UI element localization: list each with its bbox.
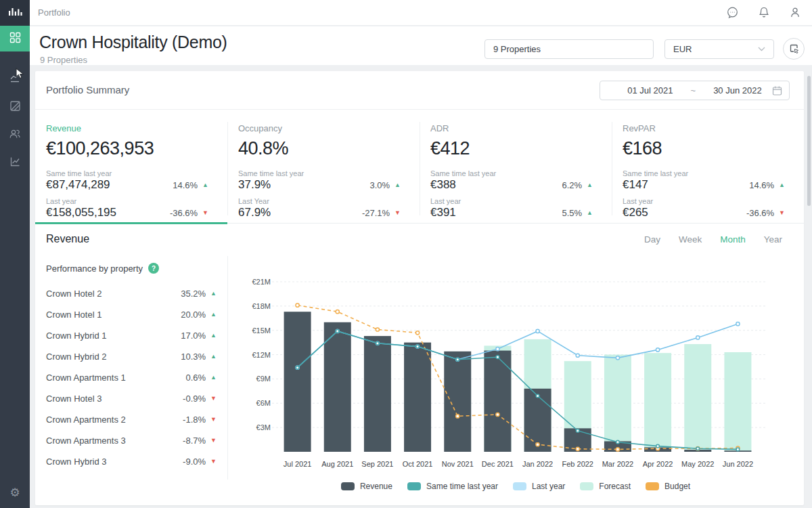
account-user-icon[interactable] [789,6,801,19]
property-row[interactable]: Crown Apartments 2-1.8%▼ [35,409,227,430]
sidebar-item-trends[interactable] [0,66,30,92]
legend-swatch [407,482,421,490]
kpi-tab-revpar[interactable]: RevPAR€168Same time last year€14714.6%▲L… [612,110,804,223]
date-range-picker[interactable]: 01 Jul 2021 ~ 30 Jun 2022 [600,81,790,100]
kpi-sub-value: €391 [430,206,456,219]
kpi-tab-adr[interactable]: ADR€412Same time last year€3886.2%▲Last … [420,110,612,223]
property-change: -1.8% [183,415,206,425]
summary-title: Portfolio Summary [46,84,129,96]
arrow-up-icon: ▲ [587,210,593,216]
property-row[interactable]: Crown Hotel 235.2%▲ [35,283,227,304]
svg-text:Jan 2022: Jan 2022 [522,460,553,468]
analytics-chart-icon [9,156,21,170]
svg-text:May 2022: May 2022 [681,460,714,468]
property-row[interactable]: Crown Apartments 3-8.7%▼ [35,430,227,451]
arrow-down-icon: ▼ [394,210,401,216]
property-change: 17.0% [181,331,206,341]
arrow-up-icon: ▲ [587,182,593,188]
kpi-sub-label: Last year [623,197,785,205]
kpi-change: -27.1% [362,208,390,218]
arrow-up-icon: ▲ [210,333,217,339]
currency-value: EUR [673,44,692,54]
breadcrumb: Portfolio [38,7,70,18]
legend-swatch [646,482,659,490]
kpi-sub-label: Same time last year [430,169,593,177]
arrow-up-icon: ▲ [210,375,217,381]
trends-line-icon [9,72,21,87]
tab-day[interactable]: Day [644,234,660,245]
properties-selector[interactable]: 9 Properties [484,39,654,59]
arrow-down-icon: ▼ [210,438,217,444]
date-to: 30 Jun 2022 [713,85,762,96]
property-change: 10.3% [181,352,206,362]
sidebar-item-users[interactable] [0,122,30,148]
notifications-bell-icon[interactable] [758,6,770,19]
kpi-sub-label: Same time last year [46,169,208,177]
svg-text:€15M: €15M [252,326,271,335]
tab-week[interactable]: Week [679,234,702,245]
property-row[interactable]: Crown Hybrid 117.0%▲ [35,325,227,346]
legend-label: Forecast [599,482,631,491]
portfolio-summary-card: Portfolio Summary 01 Jul 2021 ~ 30 Jun 2… [35,71,804,505]
legend-item-revenue[interactable]: Revenue [341,482,392,491]
legend-item-last-year[interactable]: Last year [513,482,565,491]
tab-year[interactable]: Year [764,234,782,245]
kpi-tab-occupancy[interactable]: Occupancy40.8%Same time last year37.9%3.… [227,110,420,223]
kpi-sub-value: €265 [623,206,648,219]
kpi-change: -36.6% [746,208,774,218]
property-name: Crown Apartments 1 [46,373,126,383]
svg-text:Jul 2021: Jul 2021 [284,460,312,468]
performance-title: Performance by property [46,263,143,274]
settings-gear-icon[interactable]: ⚙ [0,481,30,504]
property-name: Crown Hybrid 2 [46,352,107,362]
kpi-sub-value: €147 [623,178,648,192]
dashboard-grid-icon [9,32,21,46]
property-name: Crown Hotel 3 [46,394,102,404]
tab-month[interactable]: Month [720,234,746,245]
legend-item-forecast[interactable]: Forecast [580,482,631,491]
arrow-up-icon: ▲ [210,354,217,360]
performance-panel: Performance by property ? Crown Hotel 23… [35,256,227,472]
sidebar-item-analytics[interactable] [0,150,30,175]
kpi-sub-label: Last Year [238,197,401,205]
vertical-scrollbar[interactable] [807,76,811,206]
app-logo[interactable] [0,0,30,26]
chevron-down-icon [758,47,765,51]
kpi-tab-revenue[interactable]: Revenue€100,263,953Same time last year€8… [35,110,227,223]
currency-select[interactable]: EUR [664,39,774,59]
arrow-up-icon: ▲ [210,291,217,297]
summary-header: Portfolio Summary 01 Jul 2021 ~ 30 Jun 2… [35,71,804,110]
kpi-sub-label: Same time last year [238,169,401,177]
help-icon[interactable]: ? [148,263,159,274]
property-change: 0.6% [185,373,206,383]
legend-item-same-time-last-year[interactable]: Same time last year [407,482,498,491]
report-select-button[interactable] [783,38,805,60]
svg-text:Sep 2021: Sep 2021 [361,460,393,468]
kpi-change: 14.6% [173,180,198,190]
svg-text:€9M: €9M [256,375,271,383]
property-row[interactable]: Crown Hotel 3-0.9%▼ [35,388,227,409]
chat-icon[interactable] [726,6,739,19]
legend-label: Last year [532,482,565,491]
svg-text:Dec 2021: Dec 2021 [482,460,514,468]
svg-text:€12M: €12M [252,351,271,359]
sidebar-item-blocked[interactable] [0,94,30,120]
property-row[interactable]: Crown Hotel 120.0%▲ [35,304,227,325]
arrow-down-icon: ▼ [779,210,785,216]
svg-text:Nov 2021: Nov 2021 [442,460,474,468]
property-row[interactable]: Crown Hybrid 210.3%▲ [35,346,227,367]
vertical-divider [227,256,228,480]
kpi-sub-label: Last year [430,197,593,205]
legend-item-budget[interactable]: Budget [646,482,690,491]
property-name: Crown Apartments 3 [46,436,126,446]
revenue-chart: €3M€6M€9M€12M€15M€18M€21MJul 2021Aug 202… [231,265,804,480]
svg-text:Mar 2022: Mar 2022 [602,460,633,468]
kpi-sub-label: Last year [46,197,208,205]
kpi-label: ADR [430,123,593,133]
kpi-change: 14.6% [749,180,774,190]
property-row[interactable]: Crown Apartments 10.6%▲ [35,367,227,388]
property-name: Crown Hybrid 3 [46,457,107,467]
sidebar-item-dashboard[interactable] [0,26,30,51]
svg-text:Apr 2022: Apr 2022 [643,460,673,468]
property-row[interactable]: Crown Hybrid 3-9.0%▼ [35,451,227,472]
